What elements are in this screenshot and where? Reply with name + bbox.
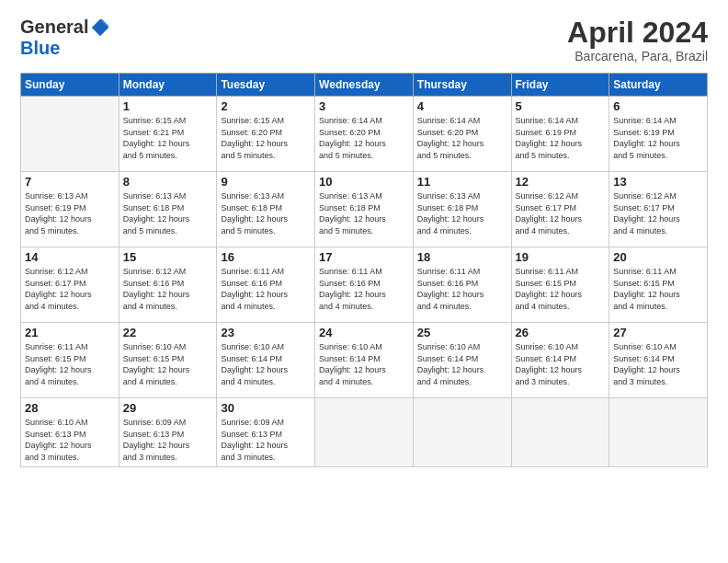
day-info: Sunrise: 6:11 AMSunset: 6:16 PMDaylight:…: [319, 266, 409, 312]
logo-icon: [90, 17, 110, 38]
day-info: Sunrise: 6:09 AMSunset: 6:13 PMDaylight:…: [123, 417, 213, 463]
calendar-cell: 8Sunrise: 6:13 AMSunset: 6:18 PMDaylight…: [119, 172, 217, 247]
calendar-cell: 7Sunrise: 6:13 AMSunset: 6:19 PMDaylight…: [21, 172, 119, 247]
day-number: 2: [221, 99, 311, 113]
day-number: 12: [516, 175, 606, 189]
day-info: Sunrise: 6:13 AMSunset: 6:18 PMDaylight:…: [417, 190, 507, 236]
day-number: 4: [417, 99, 507, 113]
day-info: Sunrise: 6:13 AMSunset: 6:18 PMDaylight:…: [319, 190, 409, 236]
logo-general-text: General: [20, 17, 88, 38]
day-number: 28: [25, 401, 115, 415]
calendar-cell: 21Sunrise: 6:11 AMSunset: 6:15 PMDayligh…: [21, 323, 119, 398]
day-number: 5: [516, 99, 606, 113]
calendar-cell: 26Sunrise: 6:10 AMSunset: 6:14 PMDayligh…: [511, 323, 609, 398]
calendar-cell: 14Sunrise: 6:12 AMSunset: 6:17 PMDayligh…: [21, 247, 119, 323]
calendar-cell: [413, 398, 511, 466]
day-info: Sunrise: 6:15 AMSunset: 6:21 PMDaylight:…: [123, 115, 213, 161]
day-number: 26: [516, 326, 606, 339]
calendar-cell: 6Sunrise: 6:14 AMSunset: 6:19 PMDaylight…: [609, 97, 708, 172]
calendar-cell: 24Sunrise: 6:10 AMSunset: 6:14 PMDayligh…: [315, 323, 414, 398]
day-info: Sunrise: 6:10 AMSunset: 6:14 PMDaylight:…: [613, 341, 703, 387]
day-number: 24: [319, 326, 409, 339]
day-info: Sunrise: 6:10 AMSunset: 6:14 PMDaylight:…: [516, 341, 606, 387]
day-number: 22: [123, 326, 213, 339]
day-number: 29: [123, 401, 213, 415]
day-info: Sunrise: 6:12 AMSunset: 6:17 PMDaylight:…: [25, 266, 115, 312]
svg-marker-0: [92, 18, 108, 35]
day-info: Sunrise: 6:10 AMSunset: 6:15 PMDaylight:…: [123, 341, 213, 387]
day-info: Sunrise: 6:13 AMSunset: 6:19 PMDaylight:…: [25, 190, 115, 236]
day-info: Sunrise: 6:10 AMSunset: 6:13 PMDaylight:…: [25, 417, 115, 463]
calendar-cell: 18Sunrise: 6:11 AMSunset: 6:16 PMDayligh…: [413, 247, 511, 323]
day-info: Sunrise: 6:12 AMSunset: 6:17 PMDaylight:…: [613, 190, 703, 236]
logo-blue-text: Blue: [20, 38, 60, 59]
day-number: 13: [613, 175, 703, 189]
day-number: 8: [123, 175, 213, 189]
day-info: Sunrise: 6:13 AMSunset: 6:18 PMDaylight:…: [221, 190, 311, 236]
day-info: Sunrise: 6:10 AMSunset: 6:14 PMDaylight:…: [417, 341, 507, 387]
day-number: 25: [417, 326, 507, 339]
day-number: 21: [25, 326, 115, 339]
col-friday: Friday: [511, 74, 609, 97]
day-info: Sunrise: 6:11 AMSunset: 6:16 PMDaylight:…: [417, 266, 507, 312]
calendar-cell: 2Sunrise: 6:15 AMSunset: 6:20 PMDaylight…: [217, 97, 315, 172]
col-monday: Monday: [119, 74, 217, 97]
col-saturday: Saturday: [609, 74, 708, 97]
day-info: Sunrise: 6:13 AMSunset: 6:18 PMDaylight:…: [123, 190, 213, 236]
day-number: 1: [123, 99, 213, 113]
logo: General Blue: [20, 17, 110, 59]
day-number: 10: [319, 175, 409, 189]
calendar-cell: 19Sunrise: 6:11 AMSunset: 6:15 PMDayligh…: [511, 247, 609, 323]
calendar-cell: 9Sunrise: 6:13 AMSunset: 6:18 PMDaylight…: [217, 172, 315, 247]
day-number: 16: [221, 250, 311, 264]
calendar-cell: 28Sunrise: 6:10 AMSunset: 6:13 PMDayligh…: [21, 398, 119, 466]
day-number: 15: [123, 250, 213, 264]
col-sunday: Sunday: [21, 74, 119, 97]
calendar-cell: 4Sunrise: 6:14 AMSunset: 6:20 PMDaylight…: [413, 97, 511, 172]
calendar-cell: 16Sunrise: 6:11 AMSunset: 6:16 PMDayligh…: [217, 247, 315, 323]
calendar-cell: 17Sunrise: 6:11 AMSunset: 6:16 PMDayligh…: [315, 247, 414, 323]
calendar-cell: 12Sunrise: 6:12 AMSunset: 6:17 PMDayligh…: [511, 172, 609, 247]
day-number: 3: [319, 99, 409, 113]
calendar-cell: 22Sunrise: 6:10 AMSunset: 6:15 PMDayligh…: [119, 323, 217, 398]
calendar-cell: 3Sunrise: 6:14 AMSunset: 6:20 PMDaylight…: [315, 97, 414, 172]
day-number: 27: [613, 326, 703, 339]
day-number: 9: [221, 175, 311, 189]
col-tuesday: Tuesday: [217, 74, 315, 97]
calendar-cell: 27Sunrise: 6:10 AMSunset: 6:14 PMDayligh…: [609, 323, 708, 398]
day-info: Sunrise: 6:14 AMSunset: 6:20 PMDaylight:…: [417, 115, 507, 161]
calendar-cell: 10Sunrise: 6:13 AMSunset: 6:18 PMDayligh…: [315, 172, 414, 247]
day-number: 20: [613, 250, 703, 264]
day-number: 11: [417, 175, 507, 189]
subtitle: Barcarena, Para, Brazil: [567, 49, 708, 63]
calendar-header-row: Sunday Monday Tuesday Wednesday Thursday…: [21, 74, 708, 97]
calendar-cell: [511, 398, 609, 466]
day-info: Sunrise: 6:12 AMSunset: 6:17 PMDaylight:…: [516, 190, 606, 236]
day-number: 14: [25, 250, 115, 264]
header: General Blue April 2024 Barcarena, Para,…: [20, 17, 708, 63]
day-info: Sunrise: 6:10 AMSunset: 6:14 PMDaylight:…: [221, 341, 311, 387]
day-info: Sunrise: 6:12 AMSunset: 6:16 PMDaylight:…: [123, 266, 213, 312]
day-info: Sunrise: 6:11 AMSunset: 6:15 PMDaylight:…: [516, 266, 606, 312]
day-info: Sunrise: 6:09 AMSunset: 6:13 PMDaylight:…: [221, 417, 311, 463]
calendar-cell: 15Sunrise: 6:12 AMSunset: 6:16 PMDayligh…: [119, 247, 217, 323]
calendar-cell: 20Sunrise: 6:11 AMSunset: 6:15 PMDayligh…: [609, 247, 708, 323]
calendar-cell: 11Sunrise: 6:13 AMSunset: 6:18 PMDayligh…: [413, 172, 511, 247]
day-number: 6: [613, 99, 703, 113]
calendar-cell: 5Sunrise: 6:14 AMSunset: 6:19 PMDaylight…: [511, 97, 609, 172]
month-title: April 2024: [567, 17, 708, 49]
title-area: April 2024 Barcarena, Para, Brazil: [567, 17, 708, 63]
day-info: Sunrise: 6:14 AMSunset: 6:20 PMDaylight:…: [319, 115, 409, 161]
calendar-cell: [21, 97, 119, 172]
calendar-cell: 23Sunrise: 6:10 AMSunset: 6:14 PMDayligh…: [217, 323, 315, 398]
day-info: Sunrise: 6:14 AMSunset: 6:19 PMDaylight:…: [613, 115, 703, 161]
col-wednesday: Wednesday: [315, 74, 414, 97]
calendar: Sunday Monday Tuesday Wednesday Thursday…: [20, 73, 708, 466]
calendar-cell: [609, 398, 708, 466]
day-number: 19: [516, 250, 606, 264]
day-number: 17: [319, 250, 409, 264]
day-info: Sunrise: 6:14 AMSunset: 6:19 PMDaylight:…: [516, 115, 606, 161]
calendar-cell: 1Sunrise: 6:15 AMSunset: 6:21 PMDaylight…: [119, 97, 217, 172]
calendar-cell: [315, 398, 414, 466]
day-number: 30: [221, 401, 311, 415]
